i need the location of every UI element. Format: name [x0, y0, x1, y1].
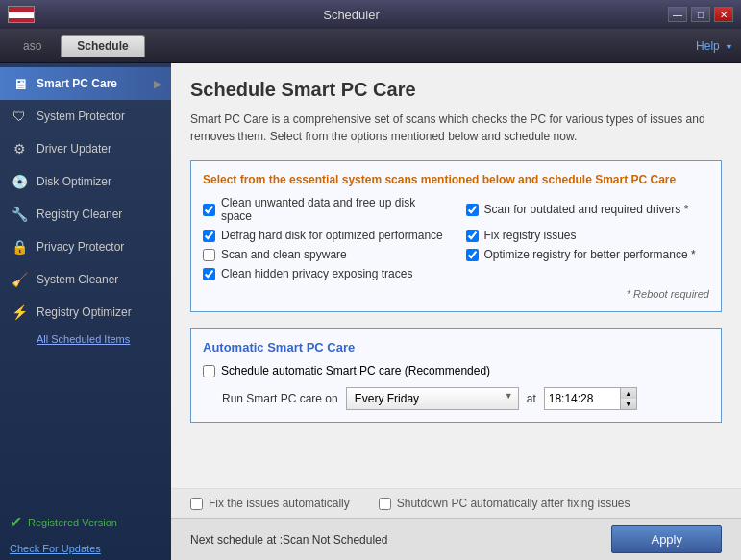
system-protector-icon: 🛡: [10, 107, 29, 126]
disk-optimizer-icon: 💿: [10, 172, 29, 191]
check-updates-link[interactable]: Check For Updates: [0, 537, 171, 560]
auto-title: Automatic Smart PC Care: [203, 340, 709, 354]
checkbox-item-4: Fix registry issues: [466, 229, 710, 242]
checkbox-fix-registry[interactable]: [466, 230, 479, 242]
sidebar-item-registry-optimizer[interactable]: ⚡ Registry Optimizer: [0, 296, 171, 329]
run-on-row: Run Smart PC care on Every Day Every Mon…: [203, 387, 709, 410]
shutdown-checkbox[interactable]: [379, 498, 391, 510]
page-description: Smart PC Care is a comprehensive set of …: [190, 110, 722, 145]
window-controls: — □ ✕: [668, 7, 733, 22]
checkbox-scan-spyware[interactable]: [203, 249, 215, 261]
shutdown-label: Shutdown PC automatically after fixing i…: [397, 497, 630, 510]
driver-updater-icon: ⚙: [10, 139, 29, 158]
schedule-auto-row: Schedule automatic Smart PC care (Recomm…: [203, 364, 709, 377]
sidebar-label-privacy-protector: Privacy Protector: [37, 240, 124, 254]
fix-issues-checkbox[interactable]: [190, 498, 203, 510]
time-input[interactable]: [544, 387, 621, 410]
content-area: Schedule Smart PC Care Smart PC Care is …: [171, 63, 741, 560]
selection-box: Select from the essential system scans m…: [190, 160, 722, 312]
checkbox-label-clean-data: Clean unwanted data and free up disk spa…: [221, 196, 447, 223]
sidebar: 🖥 Smart PC Care ▶ 🛡 System Protector ⚙ D…: [0, 63, 171, 560]
registered-label: Registered Version: [28, 517, 117, 528]
sidebar-label-driver-updater: Driver Updater: [37, 142, 111, 156]
minimize-button[interactable]: —: [668, 7, 687, 22]
sidebar-label-smart-pc-care: Smart PC Care: [37, 77, 117, 90]
checkbox-item-6: Optimize registry for better performance…: [466, 248, 710, 261]
checkbox-scan-drivers[interactable]: [466, 204, 479, 216]
options-row: Fix the issues automatically Shutdown PC…: [171, 488, 741, 518]
sidebar-label-system-cleaner: System Cleaner: [37, 273, 118, 286]
sidebar-label-registry-optimizer: Registry Optimizer: [37, 305, 132, 319]
main-container: 🖥 Smart PC Care ▶ 🛡 System Protector ⚙ D…: [0, 63, 741, 560]
registry-optimizer-icon: ⚡: [10, 303, 29, 322]
flag-icon: [8, 6, 35, 23]
sidebar-item-system-cleaner[interactable]: 🧹 System Cleaner: [0, 263, 171, 296]
checkbox-item-1: Clean unwanted data and free up disk spa…: [203, 196, 447, 223]
all-scheduled-items-link[interactable]: All Scheduled Items: [0, 329, 171, 350]
checkbox-label-scan-spyware: Scan and clean spyware: [221, 248, 347, 261]
checkbox-label-fix-registry: Fix registry issues: [484, 229, 577, 242]
run-on-label: Run Smart PC care on: [222, 392, 338, 405]
checkbox-item-3: Defrag hard disk for optimized performan…: [203, 229, 447, 242]
checkbox-label-optimize-registry: Optimize registry for better performance…: [484, 248, 696, 261]
menu-aso[interactable]: aso: [8, 36, 57, 57]
sidebar-item-driver-updater[interactable]: ⚙ Driver Updater: [0, 133, 171, 165]
menu-schedule[interactable]: Schedule: [61, 35, 144, 57]
close-button[interactable]: ✕: [714, 7, 733, 22]
checkbox-item-2: Scan for outdated and required drivers *: [466, 196, 710, 223]
sidebar-item-system-protector[interactable]: 🛡 System Protector: [0, 100, 171, 133]
selection-title: Select from the essential system scans m…: [203, 173, 709, 186]
checkbox-defrag[interactable]: [203, 230, 215, 242]
bottom-bar: Next schedule at :Scan Not Scheduled App…: [171, 518, 741, 560]
checkboxes-grid: Clean unwanted data and free up disk spa…: [203, 196, 709, 280]
sidebar-label-disk-optimizer: Disk Optimizer: [37, 175, 111, 188]
shutdown-item: Shutdown PC automatically after fixing i…: [379, 497, 630, 510]
time-up-button[interactable]: ▲: [621, 388, 636, 399]
sidebar-label-registry-cleaner: Registry Cleaner: [37, 207, 122, 221]
registered-check-icon: ✔: [10, 513, 22, 531]
time-spinner: ▲ ▼: [621, 387, 637, 410]
arrow-icon: ▶: [154, 79, 161, 89]
time-down-button[interactable]: ▼: [621, 399, 636, 409]
checkbox-label-scan-drivers: Scan for outdated and required drivers *: [484, 203, 689, 216]
frequency-dropdown-wrapper: Every Day Every Monday Every Tuesday Eve…: [346, 387, 519, 410]
title-bar: Scheduler — □ ✕: [0, 0, 741, 29]
sidebar-item-registry-cleaner[interactable]: 🔧 Registry Cleaner: [0, 198, 171, 231]
menu-help[interactable]: Help ▼: [696, 39, 733, 53]
next-schedule-text: Next schedule at :Scan Not Scheduled: [190, 533, 387, 547]
frequency-dropdown[interactable]: Every Day Every Monday Every Tuesday Eve…: [346, 387, 519, 410]
sidebar-item-privacy-protector[interactable]: 🔒 Privacy Protector: [0, 231, 171, 263]
auto-section: Automatic Smart PC Care Schedule automat…: [190, 328, 722, 423]
checkbox-clean-data[interactable]: [203, 204, 215, 216]
reboot-note: * Reboot required: [203, 288, 709, 300]
checkbox-optimize-registry[interactable]: [466, 249, 479, 261]
page-title: Schedule Smart PC Care: [190, 79, 722, 101]
fix-issues-label: Fix the issues automatically: [209, 497, 350, 510]
checkbox-item-7: Clean hidden privacy exposing traces: [203, 267, 447, 280]
at-label: at: [527, 392, 536, 405]
fix-issues-item: Fix the issues automatically: [190, 497, 350, 510]
maximize-button[interactable]: □: [691, 7, 710, 22]
apply-button[interactable]: Apply: [611, 525, 722, 553]
system-cleaner-icon: 🧹: [10, 270, 29, 289]
checkbox-item-5: Scan and clean spyware: [203, 248, 447, 261]
schedule-auto-label: Schedule automatic Smart PC care (Recomm…: [221, 364, 490, 377]
sidebar-label-system-protector: System Protector: [37, 110, 125, 123]
registry-cleaner-icon: 🔧: [10, 205, 29, 224]
registered-badge: ✔ Registered Version: [0, 507, 171, 537]
menu-bar: aso Schedule Help ▼: [0, 29, 741, 63]
sidebar-item-disk-optimizer[interactable]: 💿 Disk Optimizer: [0, 165, 171, 198]
window-title: Scheduler: [35, 8, 668, 22]
schedule-auto-checkbox[interactable]: [203, 365, 215, 377]
time-wrapper: ▲ ▼: [544, 387, 637, 410]
checkbox-label-privacy-traces: Clean hidden privacy exposing traces: [221, 267, 412, 280]
main-content: Schedule Smart PC Care Smart PC Care is …: [171, 63, 741, 488]
checkbox-label-defrag: Defrag hard disk for optimized performan…: [221, 229, 443, 242]
smart-pc-care-icon: 🖥: [10, 74, 29, 93]
sidebar-item-smart-pc-care[interactable]: 🖥 Smart PC Care ▶: [0, 67, 171, 100]
checkbox-privacy-traces[interactable]: [203, 268, 215, 280]
privacy-protector-icon: 🔒: [10, 237, 29, 256]
